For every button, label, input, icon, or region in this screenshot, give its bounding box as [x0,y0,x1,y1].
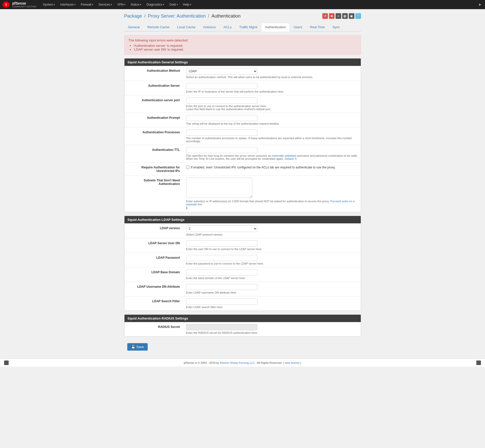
help-auth-prompt: This string will be displayed at the top… [186,122,358,125]
general-settings-header: Squid Authentication General Settings [124,59,361,66]
ldap-version-select[interactable]: 2 3 [186,225,257,232]
nav-diagnostics[interactable]: Diagnostics ▾ [144,0,167,9]
bc-icon-bar[interactable]: ▦ [342,13,348,19]
bc-icon-chart[interactable]: ≡ [336,13,341,19]
general-settings-body: Authentication Method None Local LDAP RA… [124,66,361,212]
ldap-username-dn-input[interactable] [186,284,257,290]
tab-authentication[interactable]: Authentication [261,23,290,32]
caret-icon: ▾ [111,3,112,6]
nav-right: ➤ [477,3,483,7]
help-ldap-user-dn: Enter the user DN to use to connect to t… [186,248,358,251]
form-row-auth-processes: Authentication Processes The number of a… [124,127,361,145]
help-auth-method: Select an authentication method. This wi… [186,76,358,79]
bc-icon-stop[interactable]: ■ [329,13,335,19]
subnets-textarea[interactable] [186,178,252,198]
tab-general[interactable]: General [124,23,144,32]
ldap-user-dn-input[interactable] [186,240,257,247]
bc-icon-monitor[interactable]: ▣ [349,13,354,19]
label-auth-ttl: Authentication TTL [124,145,183,162]
require-auth-checkbox-row: If enabled, even 'Unrestricted IPs' conf… [186,166,358,169]
label-auth-server: Authentication Server [124,81,183,95]
help-ldap-username-dn: Enter LDAP username DN attribute here. [186,291,358,294]
save-icon: 💾 [131,345,135,349]
breadcrumb-sep2: / [208,13,211,19]
brand-sub: COMMUNITY EDITION [12,5,36,8]
tab-local-cache[interactable]: Local Cache [173,23,199,32]
nav-vpn[interactable]: VPN ▾ [115,0,128,9]
auth-prompt-input[interactable] [186,115,257,121]
auth-server-input[interactable] [186,83,257,89]
auth-port-input[interactable] [186,97,257,104]
control-ldap-user-dn: Enter the user DN to use to connect to t… [183,238,361,253]
tab-acls[interactable]: ACLs [220,23,235,32]
brand-name: pfSense [12,1,26,5]
label-ldap-version: LDAP version [124,223,183,238]
footer-license-link[interactable]: view license [285,361,300,364]
nav-firewall[interactable]: Firewall ▾ [78,0,96,9]
form-actions: 💾 Save [124,340,361,354]
label-auth-prompt: Authentication Prompt [124,113,183,127]
nav-services[interactable]: Services ▾ [96,0,115,9]
ldap-search-filter-input[interactable] [186,298,257,305]
control-ldap-username-dn: Enter LDAP username DN attribute here. [183,282,361,296]
help-auth-ttl: This specifies for how long (in minutes)… [186,154,358,160]
control-auth-server: Enter the IP or hostname of the server t… [183,81,361,95]
label-ldap-password: LDAP Password [124,253,183,267]
tab-antivirus[interactable]: Antivirus [199,23,220,32]
form-row-ldap-version: LDAP version 2 3 Select LDAP protocol ve… [124,223,361,238]
footer: pfSense is © 2004 - 2019 by Electric She… [0,359,485,367]
auth-processes-input[interactable] [186,129,257,136]
caret-icon: ▾ [54,3,55,6]
label-ldap-search-filter: LDAP Search Filter [124,296,183,311]
label-auth-processes: Authentication Processes [124,127,183,145]
nav-system[interactable]: System ▾ [40,0,58,9]
control-auth-prompt: This string will be displayed at the top… [183,113,361,127]
auth-method-select[interactable]: None Local LDAP RADIUS [186,68,257,75]
form-row-ldap-base-domain: LDAP Base Domain Enter the base domain o… [124,267,361,282]
control-auth-ttl: This specifies for how long (in minutes)… [183,145,361,162]
nav-gold[interactable]: Gold ▾ [167,0,180,9]
ldap-password-input[interactable] [186,255,257,261]
form-row-auth-prompt: Authentication Prompt This string will b… [124,113,361,127]
label-ldap-base-domain: LDAP Base Domain [124,267,183,282]
tab-remote-cache[interactable]: Remote Cache [144,23,173,32]
nav-interfaces[interactable]: Interfaces ▾ [58,0,78,9]
put-each-entry-link[interactable]: Put each entry on a separate line. [186,200,355,206]
navbar: S pfSense COMMUNITY EDITION System ▾ Int… [0,0,485,9]
radius-settings-body: RADIUS Secret Enter the RADIUS secret fo… [124,322,361,336]
bc-icon-reload[interactable]: ↺ [322,13,328,19]
tab-users[interactable]: Users [290,23,306,32]
require-auth-checkbox[interactable] [186,166,189,169]
form-row-auth-ttl: Authentication TTL This specifies for ho… [124,145,361,163]
save-button[interactable]: 💾 Save [127,343,148,351]
tab-real-time[interactable]: Real Time [306,23,329,32]
page-container: Package / Proxy Server: Authentication /… [120,9,365,356]
nav-right-icon[interactable]: ➤ [477,3,483,7]
control-radius-secret: Enter the RADIUS secret for RADIUS authe… [183,322,361,336]
auth-ttl-input[interactable] [186,147,257,153]
alert-title: The following input errors were detected… [129,38,357,42]
footer-company-link[interactable]: Electric Sheep Fencing LLC [220,361,255,364]
help-auth-port: Enter the port to use to connect to the … [186,105,358,111]
caret-icon: ▾ [140,3,141,6]
breadcrumb-package[interactable]: Package [124,13,142,19]
ldap-settings-body: LDAP version 2 3 Select LDAP protocol ve… [124,223,361,311]
label-require-auth: Require Authentication for Unrestricted … [124,163,183,175]
breadcrumb-proxy[interactable]: Proxy Server: Authentication [148,13,206,19]
radius-secret-input[interactable] [186,324,257,330]
bc-icon-help[interactable]: ? [355,13,361,19]
caret-icon: ▾ [92,3,93,6]
form-row-auth-server: Authentication Server Enter the IP or ho… [124,81,361,95]
externally-validated-link[interactable]: externally validated [272,154,296,157]
ldap-base-domain-input[interactable] [186,269,257,276]
breadcrumb-current: Authentication [212,13,241,19]
tab-traffic-mgmt[interactable]: Traffic Mgmt [235,23,261,32]
control-auth-processes: The number of authenticator processes to… [183,127,361,145]
svg-text:S: S [5,3,7,6]
tab-sync[interactable]: Sync [329,23,344,32]
nav-help[interactable]: Help ▾ [181,0,194,9]
info-icon[interactable]: ℹ [186,206,187,210]
nav-status[interactable]: Status ▾ [128,0,144,9]
form-row-ldap-username-dn: LDAP Username DN Attribute Enter LDAP us… [124,282,361,296]
breadcrumb: Package / Proxy Server: Authentication /… [124,13,241,19]
